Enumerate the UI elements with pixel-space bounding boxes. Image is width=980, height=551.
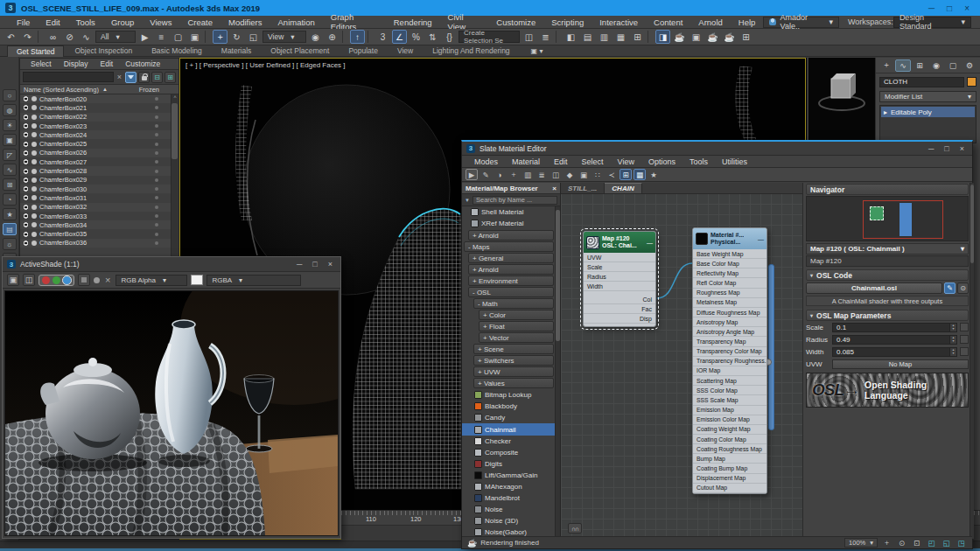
red-channel-icon[interactable]: [42, 276, 50, 284]
material-input-slot[interactable]: Emission Map: [693, 406, 766, 415]
menu-item[interactable]: Customize: [488, 17, 543, 27]
material-input-slot[interactable]: Transparency Roughness..: [693, 357, 766, 366]
display-bones-icon[interactable]: ☼: [3, 238, 17, 250]
slate-menu-item[interactable]: Material: [505, 157, 547, 166]
object-list-row[interactable]: ChamferBox022: [20, 113, 178, 122]
frozen-toggle-icon[interactable]: [155, 223, 158, 227]
browser-list-item[interactable]: - Maps: [464, 241, 554, 252]
clone-window-icon[interactable]: ◫: [23, 274, 35, 286]
menu-item[interactable]: Views: [142, 17, 179, 27]
select-by-name-icon[interactable]: ≡: [154, 30, 169, 44]
display-xrefs-icon[interactable]: ◔: [3, 193, 17, 206]
slate-menu-item[interactable]: Options: [641, 157, 682, 166]
browser-list-item[interactable]: Lift/Gamma/Gain: [462, 470, 555, 481]
use-pivot-point-center-icon[interactable]: ◉: [308, 30, 323, 44]
uvw-map-button[interactable]: No Map: [832, 359, 969, 369]
zoom-extents-all-icon[interactable]: ◳: [956, 538, 967, 548]
find-node-button[interactable]: ∩∩: [568, 523, 582, 534]
visibility-eye-icon[interactable]: [23, 241, 29, 246]
object-list-row[interactable]: ChamferBox024: [20, 130, 178, 139]
frozen-toggle-icon[interactable]: [155, 133, 158, 136]
map-input-slot[interactable]: Radius: [584, 272, 655, 282]
width-input[interactable]: 0.085 ▴▾: [832, 347, 957, 357]
separator[interactable]: [205, 31, 210, 43]
minimize-icon[interactable]: ─: [297, 260, 302, 269]
chevron-down-icon[interactable]: ▼: [465, 198, 470, 203]
select-object-icon[interactable]: ▶: [137, 30, 152, 44]
slate-menu-item[interactable]: Tools: [682, 157, 715, 166]
map-output-slot[interactable]: Disp: [584, 314, 655, 324]
display-lights-icon[interactable]: ☀: [3, 119, 17, 131]
modifier-list-dropdown[interactable]: Modifier List ▾: [879, 91, 976, 102]
menu-item[interactable]: Help: [731, 17, 764, 27]
browser-list-item[interactable]: + General: [468, 253, 554, 263]
tab-still-material[interactable]: STILL_...: [561, 183, 605, 193]
object-list-row[interactable]: ChamferBox036: [20, 239, 178, 248]
mirror-icon[interactable]: ◫: [522, 30, 536, 44]
select-and-move-icon[interactable]: ＋: [213, 30, 228, 44]
display-cameras-icon[interactable]: ▣: [3, 134, 17, 146]
map-output-slot[interactable]: Col: [584, 295, 655, 304]
browser-list-item[interactable]: Checker: [462, 436, 555, 447]
separator[interactable]: [648, 31, 653, 43]
navigator-canvas[interactable]: [806, 196, 969, 241]
filter-button[interactable]: [125, 72, 136, 83]
workspace-dropdown[interactable]: Design Standard ▾: [893, 17, 971, 28]
slate-menu-item[interactable]: Edit: [547, 157, 575, 166]
minimize-icon[interactable]: ─: [928, 144, 934, 153]
osl-map-parameters-rollout[interactable]: ▾ OSL Map Parameters: [806, 310, 969, 321]
browser-list-item[interactable]: + Scene: [473, 344, 554, 354]
material-input-slot[interactable]: Reflectivity Map: [693, 269, 766, 278]
zoom-extents-selected-icon[interactable]: ◱: [941, 538, 952, 548]
slate-menu-item[interactable]: View: [611, 157, 641, 166]
stack-item-editable-poly[interactable]: ▸ Editable Poly: [881, 107, 975, 117]
pick-child-button[interactable]: ⊞: [164, 72, 176, 83]
render-production-icon[interactable]: ☕: [705, 30, 720, 44]
redo-icon[interactable]: ↷: [20, 30, 35, 44]
select-and-manipulate-icon[interactable]: ⊕: [325, 30, 340, 44]
collapse-icon[interactable]: —: [758, 236, 764, 242]
browser-list-item[interactable]: + Switchers: [473, 355, 554, 366]
browser-scrollbar[interactable]: [555, 206, 560, 539]
lock-button[interactable]: [138, 72, 150, 83]
material-input-slot[interactable]: SSS Scale Map: [693, 395, 766, 405]
reference-coordinate-dropdown[interactable]: View ▾: [262, 31, 306, 43]
browser-list-item[interactable]: Chainmail: [462, 423, 555, 435]
browser-list-item[interactable]: - OSL: [468, 287, 554, 297]
select-and-scale-icon[interactable]: ◱: [246, 30, 261, 44]
browser-list-item[interactable]: Noise: [462, 504, 555, 515]
material-input-slot[interactable]: Base Color Map: [693, 259, 766, 269]
maximize-icon[interactable]: □: [944, 144, 948, 153]
show-grid-icon[interactable]: ∷: [592, 169, 604, 180]
percent-snap-toggle-icon[interactable]: %: [409, 30, 424, 44]
visibility-eye-icon[interactable]: [23, 142, 29, 147]
object-list-row[interactable]: ChamferBox023: [20, 122, 178, 130]
spinner-snap-toggle-icon[interactable]: ⇅: [425, 30, 440, 44]
display-helpers-icon[interactable]: ◸: [3, 149, 17, 161]
channel-display-dropdown[interactable]: RGB Alpha ▾: [116, 275, 187, 286]
display-all-icon[interactable]: ○: [3, 89, 17, 101]
frozen-toggle-icon[interactable]: [155, 151, 158, 155]
frozen-toggle-icon[interactable]: [155, 170, 158, 173]
hide-unused-nodeslots-icon[interactable]: ◫: [550, 169, 562, 180]
select-tool-icon[interactable]: ▶: [466, 169, 478, 180]
select-tree-icon[interactable]: ≺: [606, 169, 618, 180]
object-list-row[interactable]: ChamferBox028: [20, 166, 178, 175]
browser-list-item[interactable]: Blackbody: [462, 401, 555, 412]
browser-list-item[interactable]: Digits: [462, 458, 555, 470]
object-name-field[interactable]: CLOTH: [879, 77, 964, 87]
close-icon[interactable]: ×: [960, 144, 964, 153]
slate-menu-item[interactable]: Modes: [467, 157, 505, 166]
pan-to-selected-icon[interactable]: ⊞: [620, 169, 632, 180]
ribbon-tab[interactable]: Materials: [213, 45, 260, 57]
map-node[interactable]: Map #120 OSL: Chai... — UVWScaleRadiusWi…: [583, 231, 656, 327]
browser-list-item[interactable]: Candy: [462, 412, 555, 423]
object-color-swatch[interactable]: [967, 77, 976, 87]
frozen-toggle-icon[interactable]: [155, 160, 158, 164]
curve-editor-icon[interactable]: ▦: [613, 30, 628, 44]
zoom-to-selection-icon[interactable]: ▦: [634, 169, 646, 180]
rendered-frame-window-icon[interactable]: ◨: [655, 30, 670, 44]
material-input-slot[interactable]: Transparency Map: [693, 337, 766, 346]
spinner-control[interactable]: ▴▾: [949, 348, 956, 356]
create-tab-icon[interactable]: ＋: [878, 59, 894, 72]
